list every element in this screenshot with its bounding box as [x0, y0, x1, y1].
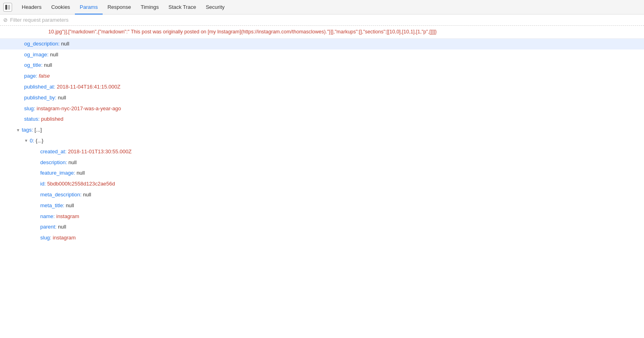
nested-param-value: 5bdb000fc2558d123c2ae56d	[46, 181, 115, 187]
svg-rect-0	[5, 5, 7, 10]
param-value: published	[39, 116, 63, 122]
filter-input[interactable]	[10, 17, 641, 23]
tags-bracket: [...]	[35, 126, 42, 134]
param-key: status:	[24, 116, 39, 122]
param-row: status: published	[0, 114, 644, 125]
tags-0-expand-row[interactable]: ▼ 0: {...}	[0, 136, 644, 146]
filter-bar: ⊘	[0, 14, 644, 26]
param-value: false	[37, 73, 50, 79]
nested-param-row: meta_description: null	[0, 190, 644, 200]
tags-0-key: 0:	[30, 137, 34, 145]
param-key: page:	[24, 73, 37, 79]
param-key: og_description:	[24, 41, 60, 47]
tab-security[interactable]: Security	[201, 0, 229, 14]
tab-response[interactable]: Response	[103, 0, 136, 14]
tags-expand-row[interactable]: ▼ tags: [...]	[0, 125, 644, 136]
nested-param-key: id:	[40, 181, 46, 187]
tab-timings[interactable]: Timings	[136, 0, 163, 14]
nested-container: created_at: 2018-11-01T13:30:55.000Zdesc…	[0, 146, 644, 243]
nested-param-key: feature_image:	[40, 170, 75, 176]
tab-headers[interactable]: Headers	[17, 0, 46, 14]
params-container: og_description: nullog_image: nullog_tit…	[0, 39, 644, 125]
filter-icon: ⊘	[3, 17, 8, 23]
chevron-down-icon: ▼	[16, 127, 20, 134]
tab-cookies[interactable]: Cookies	[46, 0, 75, 14]
nested-param-key: name:	[40, 213, 55, 219]
nested-param-value: null	[82, 192, 91, 198]
nested-param-key: description:	[40, 159, 67, 165]
nested-param-row: name: instagram	[0, 211, 644, 222]
nested-param-row: meta_title: null	[0, 200, 644, 211]
tags-key: tags:	[22, 126, 33, 134]
tags-0-bracket: {...}	[35, 137, 43, 145]
param-key: published_by:	[24, 95, 56, 101]
param-value: 2018-11-04T16:41:15.000Z	[55, 84, 120, 90]
param-key: og_image:	[24, 52, 49, 58]
nested-param-row: parent: null	[0, 222, 644, 233]
param-key: published_at:	[24, 84, 55, 90]
nested-param-key: created_at:	[40, 148, 66, 155]
param-row: published_at: 2018-11-04T16:41:15.000Z	[0, 82, 644, 93]
nested-param-value: null	[67, 159, 76, 165]
svg-rect-1	[8, 5, 10, 10]
nested-param-row: feature_image: null	[0, 168, 644, 179]
param-row: slug: instagram-nyc-2017-was-a-year-ago	[0, 103, 644, 114]
param-key: og_title:	[24, 62, 43, 68]
nested-param-row: created_at: 2018-11-01T13:30:55.000Z	[0, 146, 644, 157]
chevron-down-icon-2: ▼	[24, 138, 28, 144]
param-row: og_image: null	[0, 49, 644, 60]
panel-toggle[interactable]	[3, 3, 12, 12]
param-value: null	[49, 52, 58, 58]
param-value: null	[43, 62, 52, 68]
param-value: instagram-nyc-2017-was-a-year-ago	[35, 105, 121, 111]
nested-param-row: description: null	[0, 157, 644, 168]
nested-param-key: parent:	[40, 224, 56, 230]
nested-param-value: null	[56, 224, 66, 230]
param-value: null	[56, 95, 66, 101]
nested-param-row: slug: instagram	[0, 233, 644, 243]
param-key: slug:	[24, 105, 35, 111]
param-row: og_title: null	[0, 60, 644, 71]
param-row: og_description: null	[0, 39, 644, 49]
nested-param-value: instagram	[55, 213, 79, 219]
nested-param-row: id: 5bdb000fc2558d123c2ae56d	[0, 179, 644, 190]
tabs-container: HeadersCookiesParamsResponseTimingsStack…	[17, 0, 229, 14]
nested-param-value: null	[64, 202, 74, 208]
param-value: null	[60, 41, 69, 47]
nested-param-key: meta_title:	[40, 202, 64, 208]
tab-params[interactable]: Params	[75, 0, 103, 14]
tab-bar: HeadersCookiesParamsResponseTimingsStack…	[0, 0, 644, 14]
truncated-content: 10.jpg")],["markdown",{"markdown":" This…	[0, 26, 644, 39]
param-row: published_by: null	[0, 93, 644, 103]
tab-stack-trace[interactable]: Stack Trace	[163, 0, 201, 14]
nested-param-key: slug:	[40, 235, 51, 241]
nested-param-value: null	[75, 170, 85, 176]
nested-param-value: 2018-11-01T13:30:55.000Z	[66, 148, 132, 155]
nested-param-key: meta_description:	[40, 192, 82, 198]
nested-param-value: instagram	[51, 235, 76, 241]
content-area: 10.jpg")],["markdown",{"markdown":" This…	[0, 26, 644, 243]
param-row: page: false	[0, 71, 644, 82]
